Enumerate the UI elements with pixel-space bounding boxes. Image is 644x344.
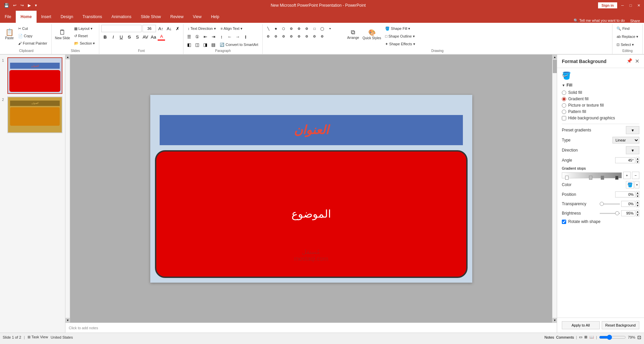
transparency-up-button[interactable]: ▲ bbox=[636, 200, 639, 204]
font-name-input[interactable] bbox=[101, 25, 142, 32]
paste-button[interactable]: 📋 Paste bbox=[3, 25, 15, 44]
transparency-down-button[interactable]: ▼ bbox=[636, 204, 639, 207]
slide-sorter-button[interactable]: ⊞ bbox=[584, 335, 587, 339]
shape-button[interactable]: ⬡ bbox=[280, 25, 287, 32]
angle-up-button[interactable]: ▲ bbox=[636, 157, 639, 160]
shape-button[interactable]: ⚙ bbox=[288, 33, 295, 40]
replace-button[interactable]: ab Replace ▾ bbox=[614, 33, 640, 40]
slide-content-text[interactable]: الموضوع bbox=[291, 208, 331, 220]
numbering-button[interactable]: ① bbox=[194, 33, 201, 40]
layout-button[interactable]: ▦ Layout ▾ bbox=[72, 25, 97, 32]
brightness-down-button[interactable]: ▼ bbox=[636, 213, 639, 217]
reset-background-button[interactable]: Reset Background bbox=[602, 321, 640, 329]
notes-area[interactable]: Click to add notes bbox=[65, 323, 557, 333]
justify-button[interactable]: ▤ bbox=[210, 41, 217, 48]
hide-graphics-checkbox[interactable] bbox=[562, 116, 566, 120]
gradient-stop-2[interactable] bbox=[589, 176, 592, 180]
gradient-stop-4[interactable] bbox=[615, 176, 619, 180]
slide-title[interactable]: العنوان bbox=[294, 123, 329, 137]
save-button[interactable]: 💾 bbox=[3, 2, 10, 8]
align-right-button[interactable]: ◨ bbox=[202, 41, 209, 48]
shape-button[interactable]: ⚙ bbox=[272, 33, 280, 40]
redo-button[interactable]: ↪ bbox=[19, 2, 25, 8]
position-input[interactable] bbox=[615, 191, 635, 197]
columns-button[interactable]: ⫿ bbox=[242, 33, 249, 40]
notes-button[interactable]: Notes bbox=[544, 335, 554, 339]
direction-button[interactable]: ▾ bbox=[626, 146, 639, 154]
shape-button[interactable]: □ bbox=[311, 25, 318, 32]
convert-smartart-button[interactable]: 🔄 Convert to SmartArt bbox=[218, 41, 260, 48]
picture-texture-option[interactable]: Picture or texture fill bbox=[562, 103, 639, 108]
position-up-button[interactable]: ▲ bbox=[636, 191, 639, 194]
pattern-fill-option[interactable]: Pattern fill bbox=[562, 109, 639, 114]
align-text-button[interactable]: ≡ Align Text ▾ bbox=[219, 25, 245, 32]
shape-button[interactable]: ⚙ bbox=[311, 33, 318, 40]
panel-close-button[interactable]: ✕ bbox=[635, 58, 639, 64]
shape-button[interactable]: ◯ bbox=[319, 25, 326, 32]
cut-button[interactable]: ✂ Cut bbox=[16, 25, 49, 32]
align-left-button[interactable]: ◧ bbox=[185, 41, 193, 48]
rtl-button[interactable]: ← bbox=[226, 33, 233, 40]
shape-button[interactable]: ★ bbox=[272, 25, 280, 32]
line-spacing-button[interactable]: ↕ bbox=[218, 33, 225, 40]
add-gradient-stop-button[interactable]: + bbox=[623, 172, 631, 179]
gradient-bar[interactable] bbox=[562, 172, 622, 178]
remove-gradient-stop-button[interactable]: − bbox=[632, 172, 639, 179]
clear-format-button[interactable]: ✗ bbox=[174, 25, 181, 32]
brightness-slider[interactable] bbox=[600, 213, 620, 214]
normal-view-button[interactable]: ▭ bbox=[579, 335, 582, 339]
comments-button[interactable]: Comments bbox=[556, 335, 574, 339]
format-painter-button[interactable]: 🖌 Format Painter bbox=[16, 40, 49, 47]
reading-view-button[interactable]: 📖 bbox=[589, 335, 594, 339]
shape-button[interactable]: ⚙ bbox=[296, 25, 303, 32]
slide-canvas[interactable]: العنوان الموضوع مُستقلmostaql.com bbox=[150, 95, 472, 283]
shape-outline-button[interactable]: □ Shape Outline ▾ bbox=[383, 33, 417, 40]
select-button[interactable]: ⊡ Select ▾ bbox=[614, 41, 636, 48]
tab-transitions[interactable]: Transitions bbox=[78, 11, 107, 23]
scroll-down-button[interactable]: ▼ bbox=[65, 318, 70, 323]
sign-in-button[interactable]: Sign in bbox=[598, 2, 617, 8]
increase-indent-button[interactable]: ⇥ bbox=[210, 33, 217, 40]
transparency-slider[interactable] bbox=[600, 204, 620, 205]
pattern-fill-radio[interactable] bbox=[562, 110, 566, 114]
increase-font-button[interactable]: A↑ bbox=[157, 25, 164, 32]
gradient-fill-radio[interactable] bbox=[562, 97, 566, 101]
slide-thumb-2[interactable]: العنوان bbox=[7, 97, 62, 133]
shape-button[interactable]: ⚙ bbox=[303, 25, 311, 32]
color-dropdown-button[interactable]: ▾ bbox=[635, 181, 639, 188]
more-shapes-button[interactable]: ▾ bbox=[326, 25, 334, 32]
scroll-up-right-button[interactable]: ▲ bbox=[552, 55, 557, 59]
angle-down-button[interactable]: ▼ bbox=[636, 160, 639, 164]
ltr-button[interactable]: → bbox=[234, 33, 241, 40]
transparency-input[interactable] bbox=[621, 201, 635, 207]
shape-button[interactable]: ╲ bbox=[265, 25, 272, 32]
presentation-button[interactable]: ▶ bbox=[26, 2, 32, 8]
customize-quick-access[interactable]: ▾ bbox=[34, 2, 38, 8]
tab-insert[interactable]: Insert bbox=[37, 11, 56, 23]
shadow-button[interactable]: S bbox=[133, 33, 141, 41]
hide-graphics-option[interactable]: Hide background graphics bbox=[562, 116, 639, 120]
slide-thumb-1[interactable]: العنوان bbox=[7, 57, 62, 94]
tab-animations[interactable]: Animations bbox=[107, 11, 136, 23]
shape-effects-button[interactable]: ✦ Shape Effects ▾ bbox=[383, 40, 417, 48]
scroll-down-right-button[interactable]: ▼ bbox=[552, 318, 557, 323]
tab-home[interactable]: Home bbox=[16, 11, 36, 23]
strikethrough-button[interactable]: S bbox=[125, 33, 133, 41]
quick-styles-button[interactable]: 🎨 Quick Styles bbox=[361, 25, 383, 44]
font-color-button[interactable]: A bbox=[158, 33, 165, 41]
underline-button[interactable]: U bbox=[117, 33, 125, 41]
preset-gradients-button[interactable]: ▾ bbox=[626, 126, 639, 134]
shape-button[interactable]: ⚙ bbox=[303, 33, 311, 40]
solid-fill-option[interactable]: Solid fill bbox=[562, 90, 639, 95]
decrease-indent-button[interactable]: ⇤ bbox=[202, 33, 209, 40]
tab-review[interactable]: Review bbox=[166, 11, 188, 23]
shape-button[interactable]: ⚙ bbox=[319, 33, 326, 40]
slide-header-bar[interactable]: العنوان bbox=[160, 115, 463, 145]
rotate-shape-checkbox[interactable] bbox=[562, 220, 566, 224]
tell-me[interactable]: 🔍 Tell me what you want to do bbox=[574, 18, 625, 23]
brightness-input[interactable] bbox=[621, 210, 635, 216]
tab-view[interactable]: View bbox=[188, 11, 206, 23]
bullets-button[interactable]: ☰ bbox=[185, 33, 193, 40]
color-picker-button[interactable]: 🪣 bbox=[626, 181, 634, 188]
shape-fill-button[interactable]: 🪣 Shape Fill ▾ bbox=[383, 25, 417, 32]
